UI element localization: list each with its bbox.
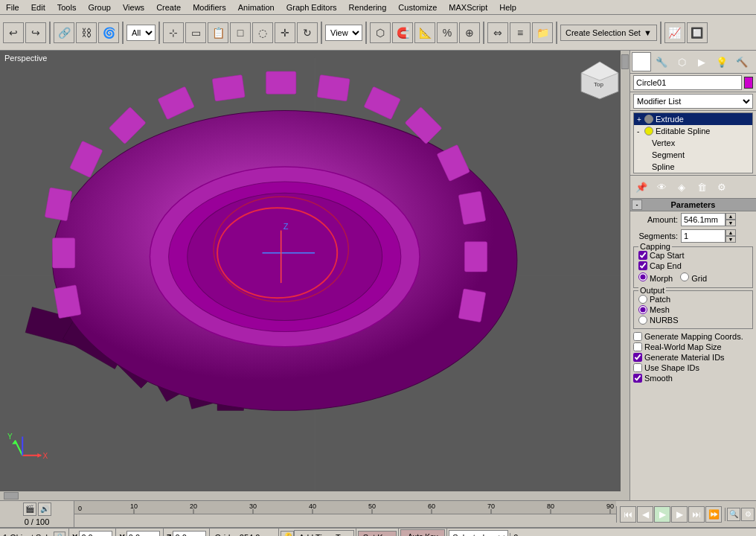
modifier-list-dropdown[interactable]: Modifier List	[633, 94, 753, 109]
stack-item-extrude[interactable]: + Extrude	[634, 113, 752, 125]
pin-stack-icon[interactable]: 📌	[632, 177, 651, 197]
lock-selection-btn[interactable]: 🔒	[54, 532, 65, 537]
schematic-btn[interactable]: 🔲	[687, 22, 708, 43]
menu-edit[interactable]: Edit	[25, 1, 51, 13]
y-input[interactable]	[126, 531, 160, 537]
redo-btn[interactable]: ↪	[25, 22, 46, 43]
gen-mapping-checkbox[interactable]	[633, 332, 642, 341]
create-selection-set-btn[interactable]: Create Selection Set ▼	[560, 25, 657, 41]
amount-spin-up[interactable]: ▲	[725, 213, 736, 220]
use-shape-checkbox[interactable]	[633, 363, 642, 372]
auto-key-btn[interactable]: Auto Key	[400, 529, 445, 537]
menu-tools[interactable]: Tools	[51, 1, 83, 13]
angle-snap-btn[interactable]: 📐	[414, 22, 435, 43]
bind-space-warp-btn[interactable]: 🌀	[98, 22, 119, 43]
menu-customize[interactable]: Customize	[392, 1, 443, 13]
z-input[interactable]	[173, 531, 206, 537]
view-dropdown[interactable]: View	[325, 25, 362, 41]
selected-dropdown[interactable]: Selected	[449, 530, 508, 537]
menu-create[interactable]: Create	[150, 1, 187, 13]
undo-btn[interactable]: ↩	[3, 22, 24, 43]
select-btn[interactable]: ⊹	[163, 22, 184, 43]
object-color-swatch[interactable]	[744, 77, 753, 89]
use-shape-label[interactable]: Use Shape IDs	[633, 363, 699, 372]
cap-start-label[interactable]: Cap Start	[638, 251, 684, 260]
morph-radio[interactable]	[638, 272, 647, 281]
viewport[interactable]: Perspective	[0, 51, 630, 500]
smooth-checkbox[interactable]	[633, 374, 642, 383]
amount-input[interactable]	[681, 213, 725, 226]
filter-btn[interactable]: ⚙	[741, 508, 755, 521]
lasso-select-btn[interactable]: ◌	[252, 22, 273, 43]
search-btn[interactable]: 🔍	[727, 508, 740, 521]
stack-subitem-spline[interactable]: Spline	[634, 161, 752, 173]
menu-file[interactable]: File	[0, 1, 25, 13]
menu-views[interactable]: Views	[117, 1, 150, 13]
curve-editor-btn[interactable]: 📈	[664, 22, 685, 43]
segments-spinner[interactable]: ▲ ▼	[725, 229, 736, 243]
x-input[interactable]	[79, 531, 112, 537]
collapse-params-btn[interactable]: -	[632, 200, 642, 210]
align-btn[interactable]: ≡	[510, 22, 531, 43]
add-time-tag-btn[interactable]: Add Time Tag	[294, 530, 354, 537]
menu-maxscript[interactable]: MAXScript	[443, 1, 493, 13]
link-display-btn[interactable]: ⬡	[370, 22, 391, 43]
modify-panel-icon[interactable]: 🔧	[652, 52, 671, 71]
next-frame-btn[interactable]: ▶	[671, 506, 688, 523]
amount-spin-down[interactable]: ▼	[725, 220, 736, 226]
patch-label[interactable]: Patch	[638, 295, 670, 304]
snap-toggle-btn[interactable]: 🧲	[392, 22, 413, 43]
select-link-btn[interactable]: 🔗	[54, 22, 74, 43]
next-key-btn[interactable]: ⏩	[705, 506, 722, 523]
create-panel-icon[interactable]: ✦	[632, 52, 651, 71]
stack-item-editable-spline[interactable]: - Editable Spline	[634, 125, 752, 137]
mesh-label[interactable]: Mesh	[638, 305, 670, 314]
viewport-cube[interactable]: Top	[577, 58, 622, 103]
segments-spin-up[interactable]: ▲	[725, 229, 736, 236]
selection-filter-dropdown[interactable]: All	[126, 25, 156, 41]
segments-input[interactable]	[681, 229, 725, 243]
remove-modifier-icon[interactable]: 🗑	[692, 177, 711, 197]
utilities-panel-icon[interactable]: 🔨	[732, 52, 752, 71]
go-end-btn[interactable]: ⏭	[688, 506, 705, 523]
hierarchy-panel-icon[interactable]: ⬡	[672, 52, 691, 71]
gen-mapping-label[interactable]: Generate Mapping Coords.	[633, 332, 743, 341]
go-start-btn[interactable]: ⏮	[620, 506, 636, 523]
morph-label[interactable]: Morph	[638, 272, 673, 283]
mesh-radio[interactable]	[638, 305, 647, 314]
mini-icon-2[interactable]: 🔊	[38, 502, 51, 516]
menu-rendering[interactable]: Rendering	[343, 1, 393, 13]
visibility-bulb-spline[interactable]	[644, 127, 653, 135]
cap-start-checkbox[interactable]	[638, 251, 647, 260]
display-panel-icon[interactable]: 💡	[712, 52, 731, 71]
segments-spin-down[interactable]: ▼	[725, 236, 736, 243]
configure-icon[interactable]: ⚙	[712, 177, 731, 197]
amount-spinner[interactable]: ▲ ▼	[725, 213, 736, 226]
rect-select-btn[interactable]: □	[230, 22, 251, 43]
prev-frame-btn[interactable]: ◀	[637, 506, 653, 523]
menu-group[interactable]: Group	[82, 1, 117, 13]
mirror-btn[interactable]: ⇔	[487, 22, 508, 43]
real-world-label[interactable]: Real-World Map Size	[633, 342, 722, 351]
make-unique-icon[interactable]: ◈	[672, 177, 691, 197]
gen-material-checkbox[interactable]	[633, 353, 642, 362]
select-region-btn[interactable]: ▭	[185, 22, 206, 43]
stack-subitem-segment[interactable]: Segment	[634, 149, 752, 161]
real-world-checkbox[interactable]	[633, 342, 642, 351]
mini-icon-1[interactable]: 🎬	[23, 502, 36, 516]
visibility-bulb-extrude[interactable]	[644, 115, 653, 124]
menu-animation[interactable]: Animation	[232, 1, 281, 13]
spinner-snap-btn[interactable]: ⊕	[459, 22, 480, 43]
menu-graph-editors[interactable]: Graph Editors	[281, 1, 343, 13]
move-btn[interactable]: ✛	[275, 22, 295, 43]
stack-subitem-vertex[interactable]: Vertex	[634, 137, 752, 149]
play-btn[interactable]: ▶	[654, 506, 670, 523]
grid-radio[interactable]	[680, 272, 689, 281]
object-name-input[interactable]	[633, 75, 742, 90]
patch-radio[interactable]	[638, 295, 647, 304]
menu-modifiers[interactable]: Modifiers	[187, 1, 232, 13]
cap-end-checkbox[interactable]	[638, 261, 647, 270]
cap-end-label[interactable]: Cap End	[638, 261, 682, 270]
unlink-btn[interactable]: ⛓	[76, 22, 97, 43]
motion-panel-icon[interactable]: ▶	[692, 52, 711, 71]
